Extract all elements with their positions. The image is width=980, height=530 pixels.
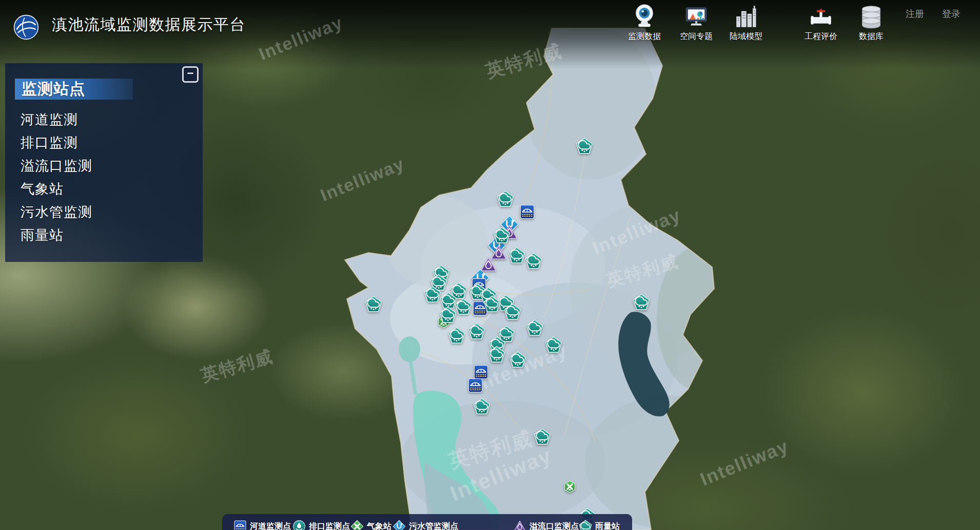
- rain-station-marker[interactable]: [455, 298, 472, 315]
- legend-item-label: 污水管监测点: [409, 521, 458, 530]
- legend-item-label: 雨量站: [595, 521, 620, 530]
- nav-item-land-model[interactable]: 陆域模型: [723, 3, 769, 42]
- monitoring-stations-panel: − 监测站点 河道监测排口监测溢流口监测气象站污水管监测雨量站: [5, 63, 203, 262]
- panel-menu-list: 河道监测排口监测溢流口监测气象站污水管监测雨量站: [21, 108, 198, 247]
- rain-station-marker[interactable]: [473, 398, 491, 415]
- rain-station-marker[interactable]: [497, 190, 514, 207]
- nav-item-monitoring-data[interactable]: 监测数据: [622, 3, 667, 42]
- legend-item-sewage[interactable]: 污水管监测点: [393, 520, 458, 530]
- legend-item-rain[interactable]: 雨量站: [579, 520, 620, 530]
- sidebar-item-outlet-monitor[interactable]: 排口监测: [21, 131, 198, 155]
- rain-station-marker[interactable]: [448, 327, 465, 344]
- nav-item-label: 陆域模型: [730, 31, 762, 42]
- panel-title-bar: 监测站点: [15, 79, 133, 100]
- rain-station-marker[interactable]: [526, 319, 543, 336]
- rain-station-marker[interactable]: [576, 137, 593, 155]
- nav-item-label: 数据库: [859, 31, 884, 42]
- rain-station-marker[interactable]: [365, 295, 382, 313]
- rain-station-marker[interactable]: [633, 293, 650, 311]
- rain-station-marker[interactable]: [509, 351, 526, 368]
- overflow-station-marker[interactable]: [480, 256, 497, 273]
- rain-station-marker[interactable]: [488, 346, 505, 363]
- rain-station-marker[interactable]: [439, 306, 457, 324]
- sidebar-item-rain-station[interactable]: 雨量站: [21, 224, 198, 247]
- rain-station-marker[interactable]: [424, 286, 441, 303]
- rain-station-marker[interactable]: [534, 428, 551, 445]
- river-legend-icon: [233, 520, 247, 530]
- sidebar-item-overflow-monitor[interactable]: 溢流口监测: [21, 155, 198, 178]
- platform-logo-icon: [13, 14, 39, 40]
- panel-title: 监测站点: [15, 79, 85, 100]
- sidebar-item-weather-station[interactable]: 气象站: [21, 178, 198, 201]
- pipe-valve-icon: [808, 3, 834, 30]
- sewage-legend-icon: [393, 520, 406, 530]
- legend-item-label: 河道监测点: [250, 521, 291, 530]
- rain-station-marker[interactable]: [493, 226, 511, 244]
- top-header: 滇池流域监测数据展示平台 监测数据空间专题陆域模型工程评价数据库 注册 登录: [0, 0, 980, 51]
- rain-station-marker[interactable]: [525, 252, 542, 270]
- map-legend-bar: 河道监测点排口监测点气象站污水管监测点溢流口监测点雨量站: [222, 514, 632, 530]
- legend-item-overflow[interactable]: 溢流口监测点: [513, 520, 579, 530]
- register-link[interactable]: 注册: [906, 8, 924, 20]
- rain-station-marker[interactable]: [504, 303, 521, 320]
- rain-legend-icon: [579, 520, 592, 530]
- app-window: 英特利威IntelliwayIntelliway英特利威Intelliway英特…: [0, 0, 980, 530]
- webcam-icon: [631, 3, 658, 30]
- nav-item-label: 空间专题: [680, 31, 713, 42]
- weather-station-marker[interactable]: [563, 480, 577, 494]
- river-station-marker[interactable]: [467, 377, 483, 393]
- legend-item-label: 溢流口监测点: [530, 521, 579, 530]
- legend-item-label: 排口监测点: [309, 521, 350, 530]
- sidebar-item-sewage-monitor[interactable]: 污水管监测: [21, 201, 198, 224]
- nav-item-project-eval[interactable]: 工程评价: [798, 3, 844, 42]
- legend-item-weather[interactable]: 气象站: [350, 520, 391, 530]
- database-icon: [858, 3, 885, 30]
- monitor-chart-icon: [683, 3, 710, 30]
- rain-station-marker[interactable]: [508, 247, 525, 264]
- sidebar-item-river-monitor[interactable]: 河道监测: [21, 108, 198, 131]
- rain-station-marker[interactable]: [468, 323, 485, 340]
- login-link[interactable]: 登录: [942, 8, 961, 20]
- nav-item-database[interactable]: 数据库: [849, 3, 894, 42]
- panel-minimize-button[interactable]: −: [182, 66, 199, 83]
- legend-item-river[interactable]: 河道监测点: [233, 520, 291, 530]
- weather-legend-icon: [350, 520, 364, 530]
- nav-item-label: 工程评价: [805, 31, 837, 42]
- city-buildings-icon: [733, 3, 759, 30]
- rain-station-marker[interactable]: [545, 336, 562, 353]
- nav-item-label: 监测数据: [628, 31, 661, 42]
- river-station-marker[interactable]: [519, 204, 535, 220]
- overflow-legend-icon: [513, 520, 526, 530]
- legend-item-label: 气象站: [367, 521, 391, 530]
- nav-item-spatial-theme[interactable]: 空间专题: [674, 3, 719, 42]
- legend-item-outlet[interactable]: 排口监测点: [292, 520, 350, 530]
- outlet-legend-icon: [292, 520, 306, 530]
- page-title: 滇池流域监测数据展示平台: [52, 14, 246, 35]
